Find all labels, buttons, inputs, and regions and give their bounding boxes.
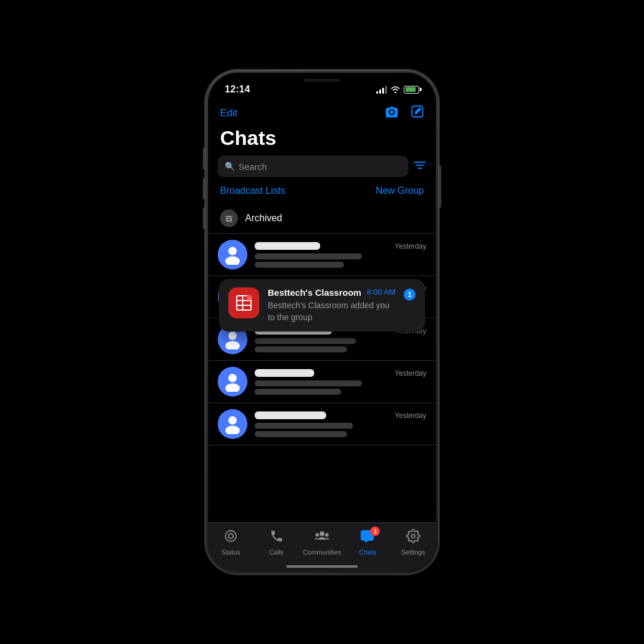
svg-text:!: ! [249,296,250,301]
nav-icons [385,105,424,122]
notification-popup[interactable]: ! Besttech's Classroom 8:00 AM Besttech'… [219,279,425,332]
camera-button[interactable] [385,105,399,122]
nav-bar: Edit [208,103,436,126]
chat-message-1 [255,380,362,386]
chat-top: Yesterday [255,242,426,250]
chat-name [255,242,320,250]
svg-point-25 [228,534,233,538]
svg-point-28 [325,533,329,537]
chat-top: Yesterday [255,369,426,377]
svg-point-24 [225,531,236,541]
notif-body: Besttech's Classroom added you to the gr… [268,301,389,322]
status-time: 12:14 [225,84,250,95]
screen: 12:14 [208,73,436,571]
edit-button[interactable]: Edit [220,107,237,119]
battery-icon [404,86,419,94]
chat-details: Yesterday [255,411,426,437]
svg-point-15 [225,256,240,265]
home-indicator [286,565,358,568]
avatar [218,240,247,270]
svg-point-20 [228,374,237,382]
compose-button[interactable] [411,105,424,122]
action-row: Broadcast Lists New Group [208,185,436,196]
svg-point-22 [228,416,237,425]
chat-message-2 [255,431,347,437]
phone-screen: 12:14 [208,73,436,571]
tab-bar: Status Calls [208,522,436,571]
chat-message-2 [255,389,341,395]
chat-top: Yesterday [255,411,426,420]
tab-communities-label: Communities [303,549,341,556]
chat-name [255,411,326,419]
notif-title: Besttech's Classroom [268,287,361,298]
speaker [304,79,340,82]
chat-time: Yesterday [395,369,426,377]
communities-icon [314,529,330,547]
chat-time: Yesterday [395,411,426,420]
svg-point-26 [320,531,324,536]
search-icon: 🔍 [225,162,235,171]
wifi-icon [391,86,400,93]
phone-frame: 12:14 [206,70,438,574]
avatar [218,367,247,397]
chat-list: Yesterday [208,234,436,522]
tab-chats-label: Chats [359,549,376,556]
chat-message-1 [255,338,356,344]
svg-point-27 [315,533,319,537]
chats-badge: 1 [370,527,380,536]
chat-details: Yesterday [255,242,426,268]
settings-icon [406,529,420,547]
tab-calls[interactable]: Calls [253,529,299,556]
svg-rect-6 [228,219,230,221]
chat-item[interactable]: Yesterday [208,234,436,276]
svg-point-23 [225,426,240,434]
tab-settings-label: Settings [401,549,425,556]
svg-rect-4 [225,216,233,217]
notif-time: 8:00 AM [367,287,395,296]
tab-status[interactable]: Status [208,529,253,556]
filter-icon[interactable] [413,160,426,174]
page-title: Chats [208,126,436,156]
svg-point-29 [411,534,415,538]
svg-point-18 [228,332,237,340]
chats-icon: 1 [360,529,375,547]
person-icon [218,409,247,439]
notif-header: Besttech's Classroom 8:00 AM [268,287,395,298]
svg-point-14 [228,247,237,255]
status-icons [376,85,419,94]
content-area: Edit [208,103,436,571]
new-group-button[interactable]: New Group [376,185,424,196]
avatar [218,409,247,439]
tab-communities[interactable]: Communities [299,529,345,556]
chat-message-1 [255,423,353,429]
chat-message-2 [255,262,344,268]
person-icon [218,367,247,397]
archive-icon [220,209,238,227]
chat-details: Yesterday [255,369,426,395]
search-placeholder: Search [239,162,267,172]
search-bar-container: 🔍 Search [208,156,436,177]
svg-point-21 [225,383,240,392]
calls-icon [270,529,284,547]
svg-point-19 [225,341,240,349]
notif-badge: 1 [404,289,416,301]
chat-name [255,369,314,377]
tab-status-label: Status [222,549,240,556]
archived-label: Archived [245,213,282,224]
tab-settings[interactable]: Settings [391,529,436,556]
status-icon [224,529,238,547]
notif-content: Besttech's Classroom 8:00 AM Besttech's … [268,287,395,323]
person-icon [218,240,247,270]
chat-message-2 [255,346,347,352]
archived-row[interactable]: Archived [208,203,436,234]
chat-item[interactable]: Yesterday [208,403,436,445]
chat-message-1 [255,253,362,259]
chat-time: Yesterday [395,242,426,250]
signal-icon [376,85,387,94]
tab-chats[interactable]: 1 Chats [345,529,390,556]
tab-calls-label: Calls [269,549,283,556]
notch [277,73,367,91]
broadcast-lists-button[interactable]: Broadcast Lists [220,185,285,196]
chat-item[interactable]: Yesterday [208,361,436,403]
search-input[interactable]: 🔍 Search [218,156,408,177]
